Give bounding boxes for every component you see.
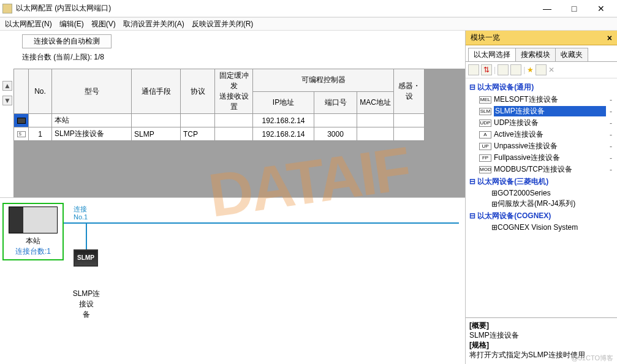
tree-item[interactable]: SLMSLMP连接设备-	[467, 105, 616, 117]
host-node[interactable]: 本站 连接台数:1	[2, 203, 64, 260]
tree-item[interactable]: ⊞ GOT2000Series	[479, 188, 616, 198]
col-proto[interactable]: 协议	[181, 69, 215, 114]
titlebar: 以太网配置 (内置以太网端口) — □ ✕	[0, 0, 617, 17]
sort-icon[interactable]: ⇅	[481, 64, 492, 75]
detail-spec-header: [规格]	[469, 340, 613, 350]
tree-cat-general: ⊟ 以太网设备(通用)	[467, 81, 616, 94]
tree-cat-cognex: ⊟ 以太网设备(COGNEX)	[467, 210, 616, 222]
module-tree: ⊟ 以太网设备(通用) MELMELSOFT连接设备-SLMSLMP连接设备-U…	[466, 78, 617, 317]
table-row[interactable]: 本站 192.168.2.14	[14, 114, 425, 127]
module-type-icon: MEL	[479, 96, 491, 104]
credit-text: @51CTO博客	[572, 354, 613, 363]
tree-cat-mitsubishi: ⊟ 以太网设备(三菱电机)	[467, 175, 616, 188]
toolbar-icon-3[interactable]	[498, 64, 509, 75]
host-icon	[9, 207, 58, 233]
col-mac[interactable]: MAC地址	[357, 91, 394, 114]
col-port[interactable]: 端口号	[314, 91, 357, 114]
close-button[interactable]: ✕	[588, 0, 615, 17]
slmp-node[interactable]: SLMP	[74, 249, 98, 267]
panel-close-icon[interactable]: ×	[607, 33, 612, 43]
table-row[interactable]: 1 SLMP连接设备 SLMP TCP 192.168.2.14 3000	[14, 127, 425, 141]
tree-item[interactable]: MELMELSOFT连接设备-	[467, 94, 616, 105]
tree-item[interactable]: AActive连接设备-	[467, 129, 616, 140]
host-label: 本站	[6, 236, 60, 246]
device-grid: No. 型号 通信手段 协议 固定缓冲发 送接收设置 可编程控制器 感器・设 I…	[13, 69, 465, 197]
module-type-icon: UDP	[479, 119, 491, 127]
detail-summary-header: [概要]	[469, 320, 613, 330]
toolbar-icon-1[interactable]	[468, 64, 479, 75]
connection-label: 连接 No.1	[74, 205, 88, 221]
connection-diagram: 本站 连接台数:1 连接 No.1 SLMP SLMP连接设 备	[0, 197, 465, 353]
menu-cancel-close[interactable]: 取消设置并关闭(A)	[123, 19, 184, 29]
toolbar-icon-6[interactable]	[536, 64, 547, 75]
module-type-icon: SLM	[479, 108, 491, 115]
menubar: 以太网配置(N) 编辑(E) 视图(V) 取消设置并关闭(A) 反映设置并关闭(…	[0, 17, 617, 31]
col-plc[interactable]: 可编程控制器	[253, 69, 394, 92]
tree-item[interactable]: UDPUDP连接设备-	[467, 117, 616, 129]
tree-item[interactable]: UPUnpassive连接设备-	[467, 140, 616, 152]
connection-count-label: 连接台数 (当前/上限):	[22, 53, 92, 61]
col-comm[interactable]: 通信手段	[132, 69, 181, 114]
module-list-header: 模块一览 ×	[466, 31, 617, 45]
module-list-title: 模块一览	[471, 32, 500, 43]
module-toolbar: ⇅ | | ★ ✕	[466, 62, 617, 78]
window-title: 以太网配置 (内置以太网端口)	[16, 3, 534, 13]
delete-icon[interactable]: ✕	[548, 66, 555, 74]
menu-apply-close[interactable]: 反映设置并关闭(R)	[192, 19, 254, 29]
menu-view[interactable]: 视图(V)	[91, 19, 116, 29]
col-ip[interactable]: IP地址	[253, 91, 314, 114]
star-icon[interactable]: ★	[527, 66, 534, 74]
tree-item[interactable]: ⊞ 伺服放大器(MR-J4系列)	[479, 198, 616, 210]
device-host-icon	[17, 118, 26, 124]
col-sensor[interactable]: 感器・设	[394, 69, 425, 114]
device-slmp-icon	[17, 131, 26, 137]
menu-edit[interactable]: 编辑(E)	[59, 19, 84, 29]
tree-item[interactable]: MODMODBUS/TCP连接设备-	[467, 164, 616, 175]
minimize-button[interactable]: —	[534, 0, 561, 17]
col-model[interactable]: 型号	[52, 69, 132, 114]
connection-count-value: 1/8	[94, 53, 104, 61]
module-type-icon: UP	[479, 143, 491, 150]
app-icon	[2, 4, 12, 13]
col-no[interactable]: No.	[29, 69, 52, 114]
tab-favorites[interactable]: 收藏夹	[555, 48, 588, 61]
row-down-button[interactable]: ▼	[2, 96, 12, 105]
tab-search-module[interactable]: 搜索模块	[515, 48, 556, 61]
autodetect-button[interactable]: 连接设备的自动检测	[22, 34, 112, 48]
detail-summary-text: SLMP连接设备	[469, 330, 613, 340]
module-tabs: 以太网选择 搜索模块 收藏夹	[466, 45, 617, 62]
module-type-icon: A	[479, 131, 491, 138]
host-count: 连接台数:1	[6, 246, 60, 257]
tree-item[interactable]: ⊞ COGNEX Vision System	[479, 222, 616, 232]
module-type-icon: FP	[479, 154, 491, 162]
row-up-button[interactable]: ▲	[2, 81, 12, 91]
toolbar-icon-4[interactable]	[510, 64, 521, 75]
col-buffer[interactable]: 固定缓冲发 送接收设置	[215, 69, 253, 114]
maximize-button[interactable]: □	[561, 0, 588, 17]
tab-ethernet-select[interactable]: 以太网选择	[468, 48, 516, 61]
slmp-node-label: SLMP连接设 备	[69, 289, 104, 320]
drop-line	[86, 222, 87, 249]
menu-ethernet[interactable]: 以太网配置(N)	[5, 19, 52, 29]
tree-item[interactable]: FPFullpassive连接设备-	[467, 152, 616, 164]
module-type-icon: MOD	[479, 166, 491, 173]
bus-line	[64, 222, 459, 224]
